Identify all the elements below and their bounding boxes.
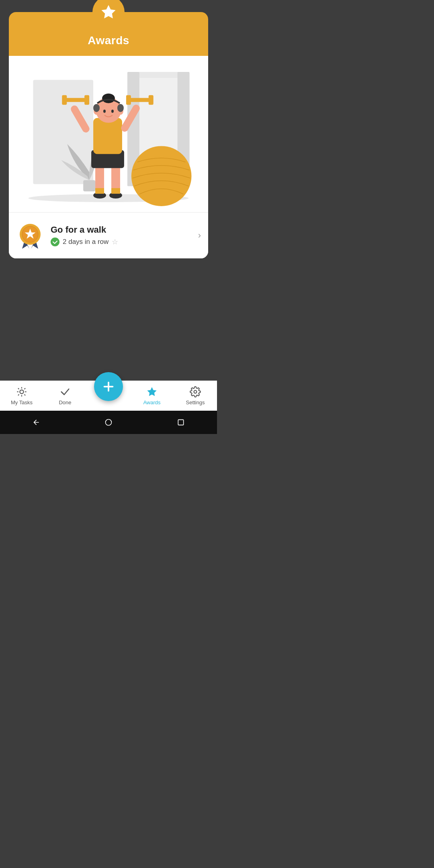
award-badge-icon — [16, 221, 44, 250]
task-row[interactable]: Go for a walk 2 days in a row ☆ › — [9, 213, 208, 258]
task-info: Go for a walk 2 days in a row ☆ — [51, 225, 195, 246]
svg-point-8 — [131, 146, 192, 206]
star-filled-icon — [146, 386, 158, 397]
svg-rect-31 — [129, 98, 151, 102]
gear-icon — [190, 386, 201, 397]
streak-text: 2 days in a row — [63, 238, 108, 246]
svg-rect-33 — [149, 95, 154, 105]
back-button[interactable] — [30, 416, 42, 428]
svg-rect-32 — [126, 95, 131, 105]
sun-icon — [16, 386, 27, 397]
illustration-area — [9, 56, 208, 213]
nav-item-settings[interactable]: Settings — [174, 386, 217, 405]
recents-icon — [177, 418, 185, 426]
svg-rect-16 — [93, 118, 122, 154]
done-label: Done — [59, 399, 71, 405]
svg-rect-7 — [83, 180, 95, 191]
svg-rect-50 — [178, 420, 183, 425]
plus-icon — [101, 379, 116, 394]
settings-label: Settings — [186, 399, 205, 405]
nav-item-awards[interactable]: Awards — [130, 386, 174, 405]
svg-point-23 — [117, 104, 124, 112]
home-button[interactable] — [102, 416, 115, 428]
star-empty-icon: ☆ — [112, 237, 118, 246]
svg-point-18 — [102, 94, 115, 103]
star-icon — [100, 4, 117, 20]
chevron-right-icon: › — [198, 230, 201, 241]
svg-rect-30 — [84, 95, 89, 105]
svg-point-48 — [194, 391, 197, 393]
task-streak: 2 days in a row ☆ — [51, 237, 195, 246]
task-title: Go for a walk — [51, 225, 195, 235]
svg-rect-13 — [95, 188, 104, 194]
nav-item-my-tasks[interactable]: My Tasks — [0, 386, 43, 405]
back-icon — [32, 418, 40, 426]
checkmark-icon — [52, 239, 58, 245]
nav-item-done[interactable]: Done — [43, 386, 87, 405]
svg-rect-14 — [111, 188, 120, 194]
svg-rect-28 — [64, 98, 86, 102]
my-tasks-label: My Tasks — [11, 399, 33, 405]
svg-point-24 — [103, 110, 106, 113]
svg-point-49 — [106, 420, 112, 426]
svg-rect-29 — [62, 95, 67, 105]
check-circle-icon — [51, 237, 59, 246]
workout-illustration — [9, 56, 208, 212]
add-task-button[interactable] — [94, 372, 123, 401]
svg-line-47 — [25, 388, 25, 389]
awards-title: Awards — [88, 34, 129, 47]
svg-point-25 — [111, 110, 114, 113]
card-body: Go for a walk 2 days in a row ☆ › — [9, 56, 208, 258]
svg-line-46 — [18, 395, 19, 395]
awards-label: Awards — [143, 399, 160, 405]
svg-point-39 — [20, 390, 23, 393]
home-circle-icon — [104, 418, 113, 426]
awards-card: Awards — [9, 12, 208, 258]
recents-button[interactable] — [175, 416, 187, 428]
system-nav-bar — [0, 411, 217, 434]
svg-point-22 — [93, 104, 100, 112]
svg-line-44 — [18, 388, 19, 389]
svg-line-45 — [25, 395, 25, 395]
check-icon — [59, 386, 71, 397]
